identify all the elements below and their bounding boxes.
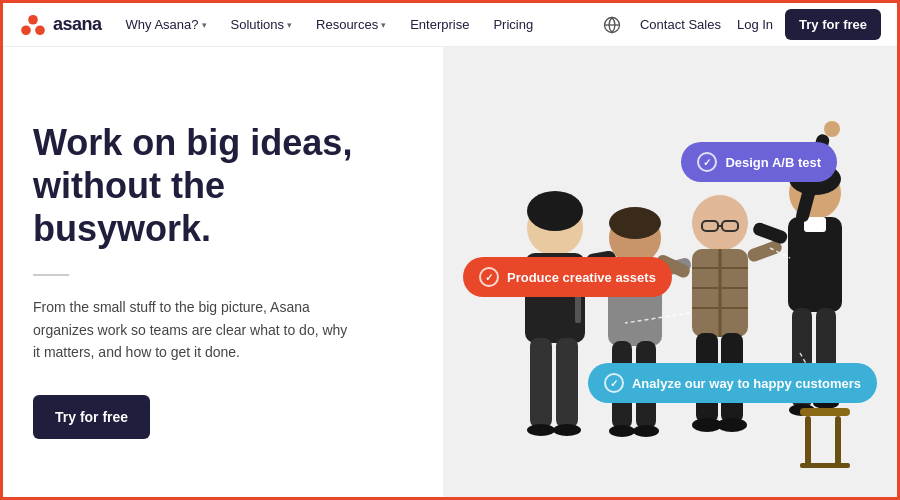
tag-produce-label: Produce creative assets xyxy=(507,270,656,285)
chevron-down-icon: ▾ xyxy=(287,20,292,30)
tag-design: ✓ Design A/B test xyxy=(681,142,837,182)
svg-point-10 xyxy=(527,424,555,436)
nav-resources[interactable]: Resources ▾ xyxy=(306,3,396,47)
login-button[interactable]: Log In xyxy=(733,17,777,32)
svg-rect-45 xyxy=(752,221,789,245)
svg-point-1 xyxy=(21,25,31,35)
svg-point-16 xyxy=(609,207,661,239)
check-icon: ✓ xyxy=(479,267,499,287)
nav-pricing[interactable]: Pricing xyxy=(483,3,543,47)
chevron-down-icon: ▾ xyxy=(381,20,386,30)
svg-point-44 xyxy=(824,121,840,137)
svg-point-21 xyxy=(633,425,659,437)
svg-point-11 xyxy=(553,424,581,436)
logo[interactable]: asana xyxy=(19,11,102,39)
svg-rect-52 xyxy=(805,416,811,466)
svg-rect-9 xyxy=(556,338,578,428)
svg-point-20 xyxy=(609,425,635,437)
language-button[interactable] xyxy=(596,9,628,41)
hero-headline: Work on big ideas, without the busywork. xyxy=(33,121,403,251)
nav-enterprise[interactable]: Enterprise xyxy=(400,3,479,47)
chevron-down-icon: ▾ xyxy=(202,20,207,30)
tag-produce: ✓ Produce creative assets xyxy=(463,257,672,297)
svg-point-6 xyxy=(527,191,583,231)
svg-rect-54 xyxy=(800,463,850,468)
globe-icon xyxy=(603,16,621,34)
tag-analyze: ✓ Analyze our way to happy customers xyxy=(588,363,877,403)
svg-rect-51 xyxy=(800,408,850,416)
nav-solutions[interactable]: Solutions ▾ xyxy=(221,3,302,47)
try-free-nav-button[interactable]: Try for free xyxy=(785,9,881,40)
nav-right: Contact Sales Log In Try for free xyxy=(596,9,881,41)
try-free-hero-button[interactable]: Try for free xyxy=(33,395,150,439)
svg-point-2 xyxy=(35,25,45,35)
tag-design-label: Design A/B test xyxy=(725,155,821,170)
contact-sales-button[interactable]: Contact Sales xyxy=(636,17,725,32)
nav-why-asana[interactable]: Why Asana? ▾ xyxy=(116,3,217,47)
check-icon: ✓ xyxy=(604,373,624,393)
logo-text: asana xyxy=(53,14,102,35)
check-icon: ✓ xyxy=(697,152,717,172)
divider xyxy=(33,274,69,276)
asana-logo-icon xyxy=(19,11,47,39)
svg-rect-8 xyxy=(530,338,552,428)
navbar: asana Why Asana? ▾ Solutions ▾ Resources… xyxy=(3,3,897,47)
main-content: Work on big ideas, without the busywork.… xyxy=(3,47,897,500)
hero-left: Work on big ideas, without the busywork.… xyxy=(3,47,443,500)
tag-analyze-label: Analyze our way to happy customers xyxy=(632,376,861,391)
svg-point-0 xyxy=(28,14,38,24)
svg-point-24 xyxy=(692,195,748,251)
hero-subtext: From the small stuff to the big picture,… xyxy=(33,296,353,363)
hero-right: ✓ Design A/B test ✓ Produce creative ass… xyxy=(443,47,897,500)
svg-point-36 xyxy=(717,418,747,432)
svg-rect-53 xyxy=(835,416,841,466)
